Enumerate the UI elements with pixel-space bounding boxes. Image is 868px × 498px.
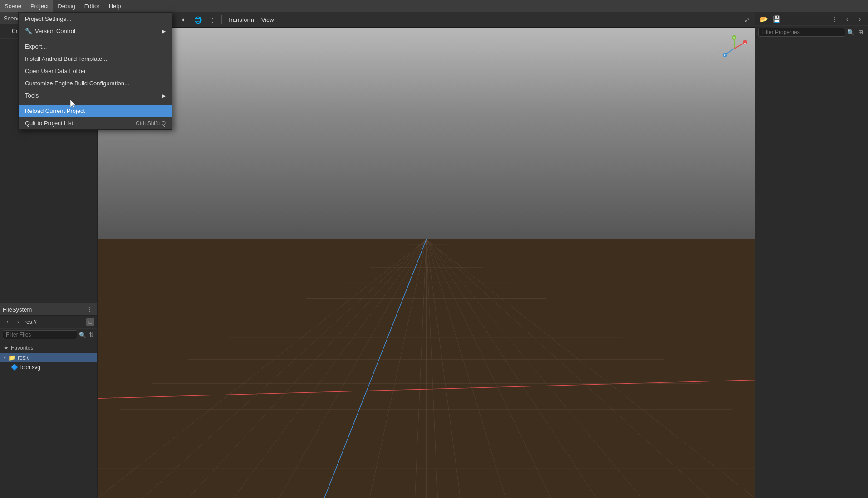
svg-line-38	[726, 49, 734, 54]
menu-debug[interactable]: Debug	[53, 0, 79, 12]
svg-line-22	[427, 239, 438, 498]
filesystem-panel: FileSystem ⋮ ‹ › res:// □ 🔍 ⇅ ★ Favorite…	[0, 303, 98, 498]
svg-line-17	[279, 239, 427, 498]
svg-line-19	[370, 239, 427, 498]
svg-line-29	[427, 239, 755, 498]
svg-text:Z: Z	[724, 54, 726, 57]
svg-line-35	[734, 43, 744, 49]
right-panel: Inspector Node History 📂 💾 ⋮ ‹ › 🔍 ⊞ ⤢	[755, 0, 868, 498]
menu-quit-to-list[interactable]: Quit to Project List Ctrl+Shift+Q	[19, 117, 172, 129]
menu-help[interactable]: Help	[104, 0, 126, 12]
svg-line-24	[427, 239, 506, 498]
filesystem-nav: ‹ › res:// □	[0, 316, 97, 329]
svg-line-20	[415, 239, 427, 498]
menu-open-user-data[interactable]: Open User Data Folder	[19, 65, 172, 77]
svg-line-25	[427, 239, 551, 498]
menu-scene[interactable]: Scene	[0, 0, 26, 12]
fs-back-btn[interactable]: ‹	[3, 317, 12, 327]
transform-label[interactable]: Transform	[225, 15, 257, 24]
vp-sep-2	[221, 15, 222, 24]
search-icon: 🔍	[79, 332, 86, 338]
globe-btn[interactable]: 🌐	[191, 14, 204, 26]
svg-line-31	[324, 239, 427, 498]
sky-background	[98, 28, 755, 239]
tools-submenu-arrow: ▶	[162, 93, 166, 99]
wrench-icon: 🔧	[25, 28, 32, 34]
filesystem-filter-bar: 🔍 ⇅	[0, 329, 97, 341]
svg-line-15	[188, 239, 427, 498]
submenu-arrow: ▶	[162, 28, 166, 34]
viewport-3d-scene: .grid-line { stroke: #6b5040; stroke-wid…	[98, 28, 755, 498]
inspector-more-btn[interactable]: ⋮	[829, 14, 840, 24]
inspector-forward-btn[interactable]: ›	[854, 14, 865, 24]
viewport-toolbar: 🔒 ⊞ ⟳ ↕ 💡 ✦ 🌐 ⋮ Transform View	[98, 12, 755, 28]
more-btn[interactable]: ⋮	[206, 14, 219, 26]
add-icon: +	[7, 28, 10, 34]
fs-path-label: res://	[25, 319, 84, 325]
inspector-search-icon: 🔍	[847, 29, 854, 36]
ground-plane: .grid-line { stroke: #6b5040; stroke-wid…	[98, 239, 755, 498]
svg-line-16	[234, 239, 427, 498]
inspector-open-file-btn[interactable]: 📂	[758, 14, 769, 24]
svg-text:Y: Y	[733, 37, 735, 39]
star-icon: ★	[4, 345, 9, 351]
fs-tree-item-res[interactable]: ▾ 📁 res://	[0, 353, 97, 362]
menu-customize-engine[interactable]: Customize Engine Build Configuration...	[19, 77, 172, 89]
folder-icon: 📁	[8, 354, 15, 361]
fs-res-label: res://	[18, 355, 30, 361]
svg-line-28	[427, 239, 710, 498]
svg-line-13	[98, 239, 427, 498]
maximize-icon: ⤢	[745, 16, 750, 24]
dropdown-sep-1	[19, 39, 172, 39]
inspector-filter-bar: 🔍 ⊞	[755, 26, 868, 39]
inspector-back-btn[interactable]: ‹	[842, 14, 853, 24]
menu-editor[interactable]: Editor	[80, 0, 104, 12]
dropdown-sep-2	[19, 103, 172, 103]
view-label[interactable]: View	[259, 15, 277, 24]
menu-project[interactable]: Project	[26, 0, 53, 12]
inspector-grid-btn[interactable]: ⊞	[856, 28, 865, 37]
menu-project-settings[interactable]: Project Settings...	[19, 13, 172, 25]
menu-install-android[interactable]: Install Android Build Template...	[19, 53, 172, 65]
inspector-save-btn[interactable]: 💾	[771, 14, 782, 24]
project-dropdown-menu: Project Settings... 🔧 Version Control ▶ …	[18, 12, 172, 130]
expand-icon: ▾	[4, 355, 6, 360]
file-icon: 🔷	[11, 364, 18, 371]
fs-sort-btn[interactable]: ⇅	[88, 330, 94, 339]
svg-line-26	[427, 239, 597, 498]
menu-version-control[interactable]: 🔧 Version Control ▶	[19, 25, 172, 37]
viewport-maximize-btn[interactable]: ⤢	[740, 12, 755, 28]
main-viewport[interactable]: .grid-line { stroke: #6b5040; stroke-wid…	[98, 28, 755, 498]
quit-shortcut: Ctrl+Shift+Q	[136, 120, 166, 127]
menu-export[interactable]: Export...	[19, 40, 172, 53]
filesystem-title: FileSystem	[3, 306, 32, 313]
favorites-label: ★ Favorites:	[0, 343, 97, 353]
sun-btn[interactable]: ✦	[177, 14, 190, 26]
filesystem-more-btn[interactable]: ⋮	[84, 304, 94, 314]
filesystem-header: FileSystem ⋮	[0, 303, 97, 316]
filesystem-tree: ★ Favorites: ▾ 📁 res:// 🔷 icon.svg	[0, 341, 97, 374]
svg-line-27	[427, 239, 642, 498]
inspector-filter-input[interactable]	[758, 28, 845, 37]
svg-text:X: X	[744, 41, 746, 44]
axis-gizmo: Y X Z	[721, 35, 748, 62]
grid-svg: .grid-line { stroke: #6b5040; stroke-wid…	[98, 239, 755, 498]
fs-icon-label: icon.svg	[20, 364, 40, 371]
filter-files-input[interactable]	[3, 330, 77, 339]
menu-tools[interactable]: Tools ▶	[19, 89, 172, 102]
svg-line-14	[143, 239, 427, 498]
menu-reload-project[interactable]: Reload Current Project	[19, 105, 172, 117]
svg-line-23	[427, 239, 461, 498]
top-menubar: Scene Project Debug Editor Help	[0, 0, 868, 12]
fs-forward-btn[interactable]: ›	[14, 317, 23, 327]
fs-tree-item-icon[interactable]: 🔷 icon.svg	[0, 362, 97, 372]
fs-path-toggle[interactable]: □	[86, 318, 94, 326]
inspector-toolbar: 📂 💾 ⋮ ‹ ›	[755, 12, 868, 26]
